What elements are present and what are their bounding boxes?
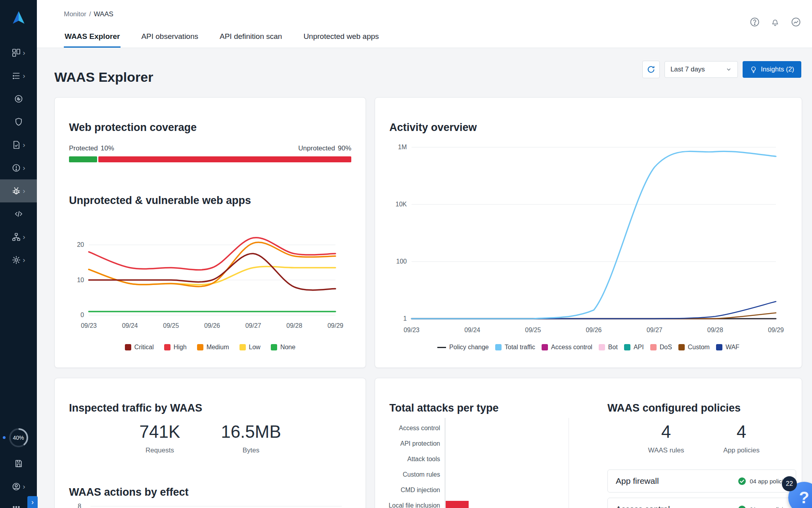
legend-item-access-control[interactable]: Access control	[542, 344, 592, 351]
legend-label: None	[280, 344, 295, 351]
card-attacks-and-policies: Total attacks per type Access controlAPI…	[375, 378, 802, 508]
legend-item-high[interactable]: High	[164, 344, 187, 351]
actions-by-effect-title: WAAS actions by effect	[69, 486, 189, 498]
attacks-title: Total attacks per type	[389, 402, 499, 414]
attack-bar[interactable]	[446, 501, 469, 508]
save-icon	[14, 459, 23, 468]
chevron-right-icon: ›	[23, 141, 25, 148]
breadcrumb-current: WAAS	[94, 10, 113, 18]
legend-color-swatch	[650, 344, 657, 350]
legend-label: Bot	[608, 344, 618, 351]
attack-bar-area	[445, 420, 586, 436]
reports-button[interactable]	[788, 14, 803, 29]
help-badge: 22	[782, 476, 797, 491]
sidebar-item-explore[interactable]	[0, 87, 37, 110]
legend-item-bot[interactable]: Bot	[599, 344, 618, 351]
sidebar-item-inventory[interactable]: ›	[0, 64, 37, 87]
sidebar-item-compliance[interactable]: ›	[0, 133, 37, 156]
tab-unprotected-web-apps[interactable]: Unprotected web apps	[303, 26, 379, 48]
svg-text:20: 20	[77, 241, 84, 248]
attack-bar-area	[445, 467, 586, 482]
tab-api-observations[interactable]: API observations	[140, 26, 199, 48]
sidebar-item-alerts[interactable]: ›	[0, 156, 37, 179]
svg-text:09/29: 09/29	[768, 327, 784, 333]
svg-text:09/27: 09/27	[245, 322, 261, 329]
legend-label: WAF	[726, 344, 739, 351]
sidebar-item-protect[interactable]	[0, 110, 37, 133]
sidebar-item-code-security[interactable]	[0, 202, 37, 225]
sidebar-item-defend[interactable]: ›	[0, 179, 37, 202]
actions-axis-tick: 8	[78, 503, 81, 508]
legend-label: Total traffic	[505, 344, 535, 351]
unprotected-segment	[98, 156, 351, 162]
legend-color-swatch	[197, 344, 203, 350]
attack-row-cmd-injection: CMD injection	[388, 482, 586, 498]
lightbulb-icon	[750, 66, 757, 73]
legend-item-low[interactable]: Low	[239, 344, 260, 351]
bytes-value: 16.5MB	[205, 422, 297, 442]
policy-row-access-control[interactable]: Access control01 app policies	[607, 498, 796, 508]
policy-status: 01 app policies	[738, 505, 789, 508]
attack-bar-area	[445, 451, 586, 467]
refresh-button[interactable]	[642, 61, 660, 78]
breadcrumb-monitor[interactable]: Monitor	[64, 10, 86, 18]
sidebar-item-profile[interactable]: ›	[0, 475, 37, 498]
legend-item-medium[interactable]: Medium	[197, 344, 229, 351]
unprotected-value: 90%	[338, 144, 351, 152]
legend-item-total-traffic[interactable]: Total traffic	[495, 344, 535, 351]
attack-category-label: Custom rules	[388, 471, 445, 478]
policy-name: Access control	[616, 504, 670, 508]
card-activity-overview: Activity overview 110010K1M09/2309/2409/…	[375, 97, 802, 368]
help-button[interactable]	[747, 14, 762, 29]
legend-item-dos[interactable]: DoS	[650, 344, 672, 351]
legend-item-waf[interactable]: WAF	[716, 344, 739, 351]
main-content: WAAS Explorer Last 7 days Insights (2) W…	[37, 48, 812, 508]
refresh-icon	[647, 65, 655, 74]
sidebar-expand-button[interactable]: ›	[27, 496, 38, 508]
breadcrumb: Monitor / WAAS	[64, 10, 113, 18]
notifications-button[interactable]	[768, 14, 783, 29]
policy-row-app-firewall[interactable]: App firewall04 app policies	[607, 470, 796, 493]
bytes-label: Bytes	[205, 446, 297, 454]
legend-item-none[interactable]: None	[271, 344, 295, 351]
legend-item-policy-change[interactable]: Policy change	[437, 344, 489, 351]
prisma-cloud-logo[interactable]	[0, 10, 37, 26]
svg-text:09/29: 09/29	[327, 322, 343, 329]
sidebar-item-dashboard[interactable]: ›	[0, 41, 37, 64]
sidebar-item-network[interactable]: ›	[0, 225, 37, 248]
sidebar-nav: ›››››››	[0, 41, 37, 271]
legend-label: DoS	[660, 344, 672, 351]
legend-item-api[interactable]: API	[624, 344, 644, 351]
insights-button[interactable]: Insights (2)	[743, 61, 801, 78]
app-policies-stat: 4 App policies	[702, 422, 781, 454]
card-web-protection: Web protection coverage Protected10% Unp…	[54, 97, 366, 368]
gear-icon	[11, 255, 21, 265]
protection-coverage-bar	[69, 156, 351, 162]
notifications-icon	[770, 17, 780, 27]
legend-item-critical[interactable]: Critical	[125, 344, 154, 351]
tab-waas-explorer[interactable]: WAAS Explorer	[64, 26, 121, 48]
svg-text:09/23: 09/23	[81, 322, 97, 329]
svg-text:09/23: 09/23	[404, 327, 419, 333]
legend-label: Custom	[688, 344, 710, 351]
chevron-right-icon: ›	[31, 498, 34, 506]
legend-label: Low	[249, 344, 260, 351]
inventory-icon	[11, 71, 21, 81]
usage-indicator[interactable]: 40%	[9, 428, 28, 447]
date-range-select[interactable]: Last 7 days	[665, 61, 738, 78]
protected-segment	[69, 156, 97, 162]
legend-item-custom[interactable]: Custom	[678, 344, 710, 351]
check-circle-icon	[738, 477, 746, 485]
card-title: Inspected traffic by WAAS	[69, 402, 202, 414]
waas-rules-stat: 4 WAAS rules	[626, 422, 706, 454]
dashboard-icon	[11, 48, 21, 58]
card-title: Web protection coverage	[69, 121, 197, 134]
legend-label: High	[174, 344, 187, 351]
svg-text:09/27: 09/27	[647, 327, 663, 333]
tab-api-definition-scan[interactable]: API definition scan	[219, 26, 283, 48]
attack-row-api-protection: API protection	[388, 436, 586, 451]
sidebar: ››››››› 40% ›› ›	[0, 0, 37, 508]
activity-legend: Policy changeTotal trafficAccess control…	[375, 344, 802, 351]
sidebar-item-saved[interactable]	[0, 452, 37, 475]
sidebar-item-settings[interactable]: ›	[0, 248, 37, 271]
